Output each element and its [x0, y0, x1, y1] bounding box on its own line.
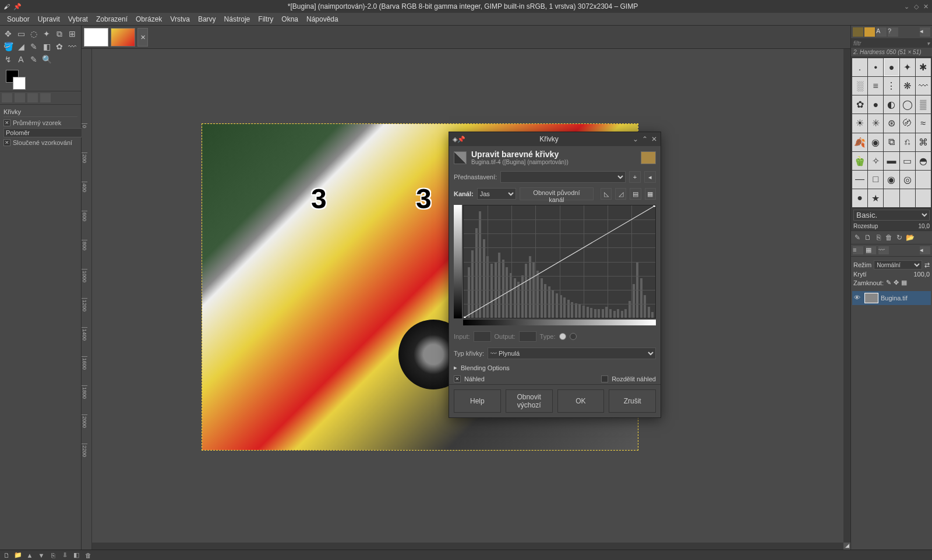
tool-zoom[interactable]: 🔍 [41, 54, 52, 65]
brush-item[interactable]: ✧ [868, 152, 883, 170]
brush-item[interactable]: ▬ [884, 152, 899, 170]
menu-vrstva[interactable]: Vrstva [167, 14, 193, 24]
tab-tool-options[interactable] [2, 93, 12, 102]
tab-help[interactable]: ? [888, 27, 898, 37]
lock-alpha[interactable]: ▦ [901, 279, 907, 286]
tool-path[interactable]: ↯ [2, 54, 14, 65]
tab-paths[interactable]: 〰 [878, 246, 889, 254]
menu-upravit[interactable]: Upravit [34, 14, 63, 24]
brush-edit[interactable]: ✎ [853, 233, 862, 242]
tab-layers-menu[interactable]: ◂ [920, 246, 930, 254]
tool-eraser[interactable]: ◧ [41, 41, 52, 52]
tool-move[interactable]: ✥ [2, 28, 14, 40]
point-type-corner[interactable] [570, 333, 577, 340]
point-type-smooth[interactable] [559, 333, 566, 340]
tool-smudge[interactable]: 〰 [66, 41, 78, 52]
tool-bucket[interactable]: 🪣 [2, 41, 14, 52]
brush-item[interactable]: ≈ [916, 114, 931, 132]
layer-up[interactable]: ▲ [24, 551, 35, 559]
input-value[interactable] [474, 331, 491, 342]
chk-split-preview[interactable] [601, 375, 608, 382]
filter-dropdown[interactable]: ▾ [927, 40, 930, 47]
chk-preview[interactable]: ✕ [454, 375, 461, 382]
brush-item[interactable]: ❋ [900, 77, 915, 95]
hist-type2[interactable]: ▦ [645, 188, 656, 200]
image-tab-1[interactable] [84, 28, 108, 47]
brush-item[interactable]: ◯ [900, 95, 915, 114]
tab-layers[interactable]: ≡ [853, 246, 863, 254]
brush-item[interactable]: ⊛ [884, 114, 899, 132]
brush-dup[interactable]: ⎘ [874, 233, 883, 242]
ruler-vertical[interactable]: 0 200 400 600 800 1000 1200 1400 1600 18… [82, 36, 92, 550]
menu-okna[interactable]: Okna [278, 14, 302, 24]
brush-item[interactable]: ✿ [852, 95, 867, 114]
tab-brushes[interactable] [853, 27, 863, 37]
brush-del[interactable]: 🗑 [884, 233, 894, 242]
menu-filtry[interactable]: Filtry [255, 14, 277, 24]
brush-item[interactable]: ◎ [900, 171, 915, 189]
mode-swap[interactable]: ⇄ [924, 261, 930, 269]
curve-type-select[interactable]: 〰 Plynulá [488, 348, 656, 359]
menu-vybrat[interactable]: Vybrat [65, 14, 91, 24]
dlg-minimize[interactable]: ⌄ [633, 135, 638, 143]
chk-sample-avg[interactable]: ✕ [3, 119, 10, 126]
tool-clone[interactable]: ✿ [54, 41, 65, 52]
nav-button[interactable]: ◢ [843, 543, 850, 550]
layer-dup[interactable]: ⎘ [48, 551, 58, 559]
tool-fuzzy-select[interactable]: ✦ [41, 28, 52, 40]
cancel-button[interactable]: Zrušit [609, 389, 656, 413]
menu-barvy[interactable]: Barvy [195, 14, 220, 24]
preset-menu[interactable]: ◂ [644, 171, 656, 183]
tool-rect-select[interactable]: ▭ [15, 28, 27, 40]
maximize-button[interactable]: ◇ [914, 3, 919, 10]
blending-expander[interactable]: Blending Options [449, 361, 661, 374]
brush-item[interactable]: ░ [852, 77, 867, 95]
brush-item[interactable]: ◓ [916, 152, 931, 170]
brush-item[interactable] [900, 189, 915, 207]
brush-refresh[interactable]: ↻ [895, 233, 904, 242]
tool-pencil[interactable]: ✎ [28, 41, 40, 52]
ok-button[interactable]: OK [557, 389, 605, 413]
brush-item[interactable]: ▭ [900, 152, 915, 170]
dlg-pin-icon[interactable]: 📌 [457, 136, 465, 143]
brush-item[interactable]: ⋮ [884, 77, 899, 95]
brush-item[interactable]: 〰 [916, 77, 931, 95]
layer-new[interactable]: 🗋 [1, 551, 12, 559]
tool-free-select[interactable]: ◌ [28, 28, 40, 40]
menu-napoveda[interactable]: Nápověda [303, 14, 342, 24]
tab-device[interactable] [15, 93, 25, 102]
brush-item[interactable]: • [868, 58, 883, 76]
brush-item[interactable]: ◐ [884, 95, 899, 114]
brush-item[interactable]: ☀ [852, 114, 867, 132]
image-tab-2[interactable] [111, 28, 135, 47]
menu-obrazek[interactable]: Obrázek [132, 14, 165, 24]
brush-preset-select[interactable]: Basic. [853, 210, 930, 221]
preset-add[interactable]: + [629, 171, 641, 183]
brush-item[interactable]: ≡ [868, 77, 883, 95]
tool-crop[interactable]: ⧉ [54, 28, 65, 40]
tab-fonts[interactable]: A [876, 27, 887, 37]
close-button[interactable]: ✕ [923, 3, 929, 10]
chk-sample-merged[interactable]: ✕ [3, 139, 10, 146]
visibility-icon[interactable]: 👁 [854, 294, 862, 302]
layer-name[interactable]: Bugina.tif [881, 295, 908, 302]
pin-icon[interactable]: 📌 [13, 3, 22, 10]
tool-gradient[interactable]: ◢ [15, 41, 27, 52]
tool-picker[interactable]: ✎ [28, 54, 40, 65]
tab-menu[interactable]: ◂ [920, 27, 930, 37]
layer-group[interactable]: 📁 [13, 551, 23, 559]
tab-channels[interactable]: ▦ [866, 246, 876, 254]
brush-item[interactable] [916, 189, 931, 207]
brush-item[interactable]: □ [868, 171, 883, 189]
scrollbar-vertical[interactable] [843, 36, 850, 543]
image-tab-close[interactable]: ✕ [137, 28, 148, 47]
dlg-close[interactable]: ✕ [651, 135, 657, 143]
brush-item[interactable]: ◉ [884, 171, 899, 189]
brush-item[interactable]: ⌘ [916, 133, 931, 151]
bg-color[interactable] [13, 77, 26, 90]
hist-linear[interactable]: ◺ [601, 188, 612, 200]
brush-item[interactable]: . [852, 58, 867, 76]
brush-item[interactable]: ✱ [916, 58, 931, 76]
layer-item[interactable]: 👁 Bugina.tif [852, 291, 931, 305]
hist-type1[interactable]: ▤ [630, 188, 641, 200]
